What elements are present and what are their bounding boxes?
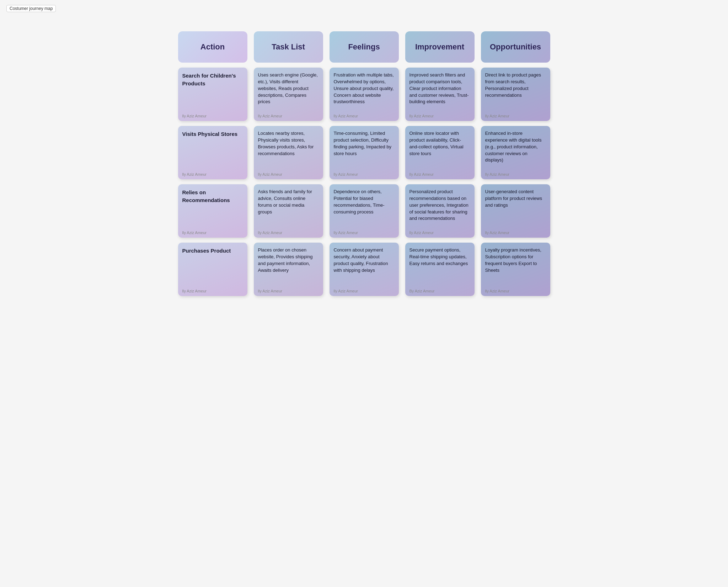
card-feelings-3[interactable]: Concern about payment security, Anxiety … <box>330 243 399 296</box>
card-content-improvement-2: Personalized product recommendations bas… <box>410 189 470 227</box>
card-opportunities-0[interactable]: Direct link to product pages from search… <box>481 68 550 121</box>
card-content-improvement-0: Improved search filters and product comp… <box>410 72 470 110</box>
card-improvement-3[interactable]: Secure payment options, Real-time shippi… <box>405 243 475 296</box>
card-author-feelings-3: lly Aziz Ameur <box>334 289 395 293</box>
column-header-tasklist: Task List <box>254 31 323 63</box>
card-content-tasklist-0: Uses search engine (Google, etc.), Visit… <box>258 72 319 110</box>
card-content-action-3: Purchases Product <box>182 247 243 285</box>
card-improvement-0[interactable]: Improved search filters and product comp… <box>405 68 475 121</box>
breadcrumb[interactable]: Costumer journey map <box>6 5 56 12</box>
column-feelings: FeelingsFrustration with multiple tabs, … <box>330 31 399 296</box>
card-content-feelings-3: Concern about payment security, Anxiety … <box>334 247 395 285</box>
card-tasklist-1[interactable]: Locates nearby stores, Physically visits… <box>254 126 323 179</box>
column-header-feelings: Feelings <box>330 31 399 63</box>
card-opportunities-3[interactable]: Loyalty program incentives, Subscription… <box>481 243 550 296</box>
card-author-tasklist-0: lly Aziz Ameur <box>258 114 319 118</box>
column-improvement: ImprovementImproved search filters and p… <box>405 31 475 296</box>
card-action-0[interactable]: Search for Children's Productslly Aziz A… <box>178 68 247 121</box>
card-author-action-0: lly Aziz Ameur <box>182 114 243 118</box>
card-content-tasklist-3: Places order on chosen website, Provides… <box>258 247 319 285</box>
card-feelings-0[interactable]: Frustration with multiple tabs, Overwhel… <box>330 68 399 121</box>
card-content-action-2: Relies on Recommendations <box>182 189 243 227</box>
card-author-feelings-1: lly Aziz Ameur <box>334 172 395 176</box>
card-content-opportunities-0: Direct link to product pages from search… <box>485 72 546 110</box>
card-action-2[interactable]: Relies on Recommendationslly Aziz Ameur <box>178 184 247 238</box>
card-content-tasklist-2: Asks friends and family for advice, Cons… <box>258 189 319 227</box>
card-author-opportunities-0: lly Aziz Ameur <box>485 114 546 118</box>
card-author-feelings-0: lly Aziz Ameur <box>334 114 395 118</box>
column-header-opportunities: Opportunities <box>481 31 550 63</box>
column-header-action: Action <box>178 31 247 63</box>
card-content-tasklist-1: Locates nearby stores, Physically visits… <box>258 130 319 169</box>
card-action-3[interactable]: Purchases Productlly Aziz Ameur <box>178 243 247 296</box>
card-author-improvement-1: lly Aziz Ameur <box>410 172 470 176</box>
card-opportunities-2[interactable]: User-generated content platform for prod… <box>481 184 550 238</box>
card-improvement-2[interactable]: Personalized product recommendations bas… <box>405 184 475 238</box>
card-tasklist-3[interactable]: Places order on chosen website, Provides… <box>254 243 323 296</box>
card-content-opportunities-2: User-generated content platform for prod… <box>485 189 546 227</box>
card-author-tasklist-3: lly Aziz Ameur <box>258 289 319 293</box>
card-content-feelings-2: Dependence on others, Potential for bias… <box>334 189 395 227</box>
card-author-improvement-2: lly Aziz Ameur <box>410 231 470 235</box>
card-author-tasklist-2: lly Aziz Ameur <box>258 231 319 235</box>
card-content-feelings-0: Frustration with multiple tabs, Overwhel… <box>334 72 395 110</box>
card-author-action-3: lly Aziz Ameur <box>182 289 243 293</box>
card-tasklist-0[interactable]: Uses search engine (Google, etc.), Visit… <box>254 68 323 121</box>
card-content-opportunities-3: Loyalty program incentives, Subscription… <box>485 247 546 285</box>
top-bar: Costumer journey map <box>4 4 724 14</box>
card-improvement-1[interactable]: Online store locator with product availa… <box>405 126 475 179</box>
card-action-1[interactable]: Visits Physical Storeslly Aziz Ameur <box>178 126 247 179</box>
card-author-improvement-0: lly Aziz Ameur <box>410 114 470 118</box>
card-feelings-1[interactable]: Time-consuming, Limited product selectio… <box>330 126 399 179</box>
card-author-opportunities-3: lly Aziz Ameur <box>485 289 546 293</box>
card-content-action-0: Search for Children's Products <box>182 72 243 110</box>
column-action: ActionSearch for Children's Productslly … <box>178 31 247 296</box>
card-content-action-1: Visits Physical Stores <box>182 130 243 169</box>
column-opportunities: OpportunitiesDirect link to product page… <box>481 31 550 296</box>
card-author-improvement-3: By Aziz Ameur <box>410 289 470 293</box>
card-opportunities-1[interactable]: Enhanced in-store experience with digita… <box>481 126 550 179</box>
card-content-feelings-1: Time-consuming, Limited product selectio… <box>334 130 395 169</box>
card-content-improvement-3: Secure payment options, Real-time shippi… <box>410 247 470 285</box>
card-author-feelings-2: lly Aziz Ameur <box>334 231 395 235</box>
card-author-opportunities-1: lly Aziz Ameur <box>485 172 546 176</box>
card-tasklist-2[interactable]: Asks friends and family for advice, Cons… <box>254 184 323 238</box>
card-content-improvement-1: Online store locator with product availa… <box>410 130 470 169</box>
card-content-opportunities-1: Enhanced in-store experience with digita… <box>485 130 546 169</box>
board: ActionSearch for Children's Productslly … <box>4 31 724 296</box>
column-header-improvement: Improvement <box>405 31 475 63</box>
card-feelings-2[interactable]: Dependence on others, Potential for bias… <box>330 184 399 238</box>
card-author-action-1: lly Aziz Ameur <box>182 172 243 176</box>
column-tasklist: Task ListUses search engine (Google, etc… <box>254 31 323 296</box>
card-author-opportunities-2: lly Aziz Ameur <box>485 231 546 235</box>
card-author-action-2: lly Aziz Ameur <box>182 231 243 235</box>
card-author-tasklist-1: lly Aziz Ameur <box>258 172 319 176</box>
